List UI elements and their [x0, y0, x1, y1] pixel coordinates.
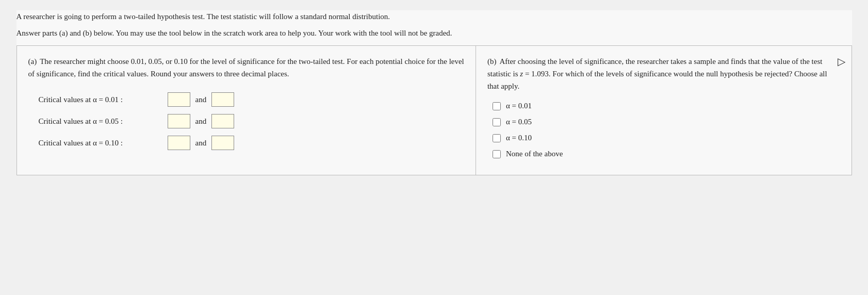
cv-input-005-left[interactable]	[168, 114, 190, 128]
checkbox-005[interactable]	[493, 118, 501, 126]
part-a-cell: (a)The researcher might choose 0.01, 0.0…	[17, 46, 476, 175]
part-b-description: (b)After choosing the level of significa…	[487, 55, 840, 92]
part-a-text: The researcher might choose 0.01, 0.05, …	[28, 57, 464, 78]
cv-label-005: Critical values at α = 0.05 :	[39, 117, 162, 126]
main-table: (a)The researcher might choose 0.01, 0.0…	[17, 45, 852, 175]
intro-line-1: A researcher is going to perform a two-t…	[17, 10, 852, 23]
cv-input-005-right[interactable]	[211, 114, 234, 128]
cv-input-010-right[interactable]	[211, 136, 234, 150]
page-container: A researcher is going to perform a two-t…	[17, 10, 852, 175]
checkbox-label-none: None of the above	[506, 150, 563, 158]
checkbox-label-010: α = 0.10	[506, 134, 532, 142]
checkbox-001[interactable]	[493, 102, 501, 110]
checkbox-label-005: α = 0.05	[506, 118, 532, 126]
checkbox-label-001: α = 0.01	[506, 102, 532, 110]
checkbox-group: α = 0.01 α = 0.05 α = 0.10	[487, 102, 840, 158]
cursor-arrow-icon: ▷	[838, 55, 845, 68]
cv-label-010: Critical values at α = 0.10 :	[39, 139, 162, 148]
cv-inputs-010: and	[168, 136, 235, 150]
cv-row-001: Critical values at α = 0.01 : and	[39, 92, 464, 107]
and-text-005: and	[195, 117, 207, 126]
part-a-label: (a)	[28, 57, 37, 65]
cv-row-010: Critical values at α = 0.10 : and	[39, 136, 464, 150]
intro-text: A researcher is going to perform a two-t…	[17, 10, 852, 39]
cv-input-010-left[interactable]	[168, 136, 190, 150]
checkbox-row-none: None of the above	[493, 150, 840, 158]
part-b-cell: (b)After choosing the level of significa…	[476, 46, 851, 175]
cv-inputs-001: and	[168, 92, 235, 107]
part-b-text: After choosing the level of significance…	[487, 57, 827, 90]
and-text-001: and	[195, 95, 207, 104]
checkbox-none[interactable]	[493, 150, 501, 158]
cv-inputs-005: and	[168, 114, 235, 128]
critical-values-section: Critical values at α = 0.01 : and Critic…	[28, 92, 464, 150]
part-a-description: (a)The researcher might choose 0.01, 0.0…	[28, 55, 464, 80]
cv-input-001-left[interactable]	[168, 92, 190, 107]
intro-line-2: Answer parts (a) and (b) below. You may …	[17, 27, 852, 39]
checkbox-row-010: α = 0.10	[493, 134, 840, 142]
cv-input-001-right[interactable]	[211, 92, 234, 107]
and-text-010: and	[195, 139, 207, 148]
part-b-label: (b)	[487, 57, 497, 65]
cv-row-005: Critical values at α = 0.05 : and	[39, 114, 464, 128]
checkbox-row-001: α = 0.01	[493, 102, 840, 110]
checkbox-010[interactable]	[493, 134, 501, 142]
cv-label-001: Critical values at α = 0.01 :	[39, 95, 162, 104]
checkbox-row-005: α = 0.05	[493, 118, 840, 126]
